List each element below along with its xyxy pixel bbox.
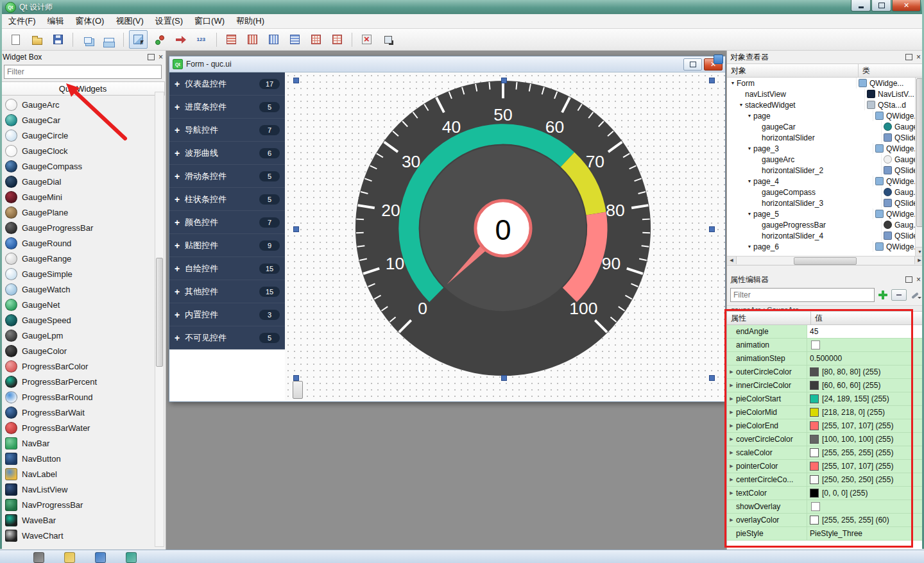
taskbar-app-icon[interactable]	[126, 552, 137, 563]
object-tree-row[interactable]: ▼page_5QWidge...	[727, 208, 915, 219]
os-taskbar[interactable]	[0, 550, 924, 563]
nav-list-item[interactable]: +自绘控件15	[169, 257, 285, 280]
expander-icon[interactable]: ▶	[727, 383, 736, 388]
expander-icon[interactable]: ▶	[727, 410, 736, 415]
break-layout-button[interactable]	[357, 30, 376, 49]
object-tree-row[interactable]: ▼pageQWidge...	[727, 110, 915, 121]
mdi-window-icon[interactable]	[714, 55, 723, 64]
float-dock-icon[interactable]	[148, 54, 155, 60]
property-value-cell[interactable]: PieStyle_Three	[807, 527, 924, 541]
save-file-button[interactable]	[49, 30, 67, 49]
property-value-cell[interactable]: [24, 189, 155] (255)	[807, 392, 924, 406]
form-titlebar[interactable]: Form - quc.ui ✕	[169, 56, 725, 72]
expander-icon[interactable]: ▼	[746, 212, 753, 216]
expander-icon[interactable]: ▼	[746, 179, 753, 183]
object-tree-row[interactable]: gaugeProgressBarGaug...s	[727, 219, 915, 230]
form-restore-button[interactable]	[683, 58, 702, 71]
adjust-size-button[interactable]	[379, 30, 397, 49]
property-row[interactable]: endAngle45	[727, 325, 924, 339]
minimize-button[interactable]	[851, 0, 871, 12]
scrollbar-left-arrow[interactable]: ◀	[727, 256, 737, 264]
widget-filter-input[interactable]	[4, 65, 162, 79]
object-tree-row[interactable]: ▼page_4QWidge...	[727, 176, 915, 187]
expander-icon[interactable]: ▶	[727, 369, 736, 374]
menu-item[interactable]: 窗体(O)	[70, 14, 110, 28]
object-tree-row[interactable]: horizontalSlider_4QSlider	[727, 230, 915, 241]
property-row[interactable]: ▶centerCircleCo...[250, 250, 250] (255)	[727, 473, 924, 487]
edit-tab-order-button[interactable]	[193, 30, 211, 49]
nav-list-item[interactable]: +不可见控件5	[169, 326, 285, 349]
float-dock-icon[interactable]	[905, 54, 912, 60]
expander-icon[interactable]: ▶	[727, 477, 736, 482]
widget-box-item[interactable]: GaugeCircle	[0, 128, 166, 143]
object-tree-row[interactable]: ▼page_3QWidge...	[727, 143, 915, 154]
close-button[interactable]: ✕	[892, 0, 921, 12]
checkbox[interactable]	[811, 340, 820, 349]
object-tree-row[interactable]: ▼stackedWidgetQSta...d	[727, 99, 915, 110]
expander-icon[interactable]: ▶	[727, 464, 736, 469]
close-dock-icon[interactable]: ×	[916, 276, 921, 283]
selection-handle-top[interactable]	[501, 78, 507, 83]
expander-icon[interactable]: ▶	[727, 437, 736, 442]
menu-item[interactable]: 视图(V)	[110, 14, 149, 28]
widget-box-item[interactable]: GaugeRound	[0, 235, 166, 251]
object-tree-row[interactable]: gaugeCompassGaug...p	[727, 187, 915, 197]
widget-box-item[interactable]: GaugeSpeed	[0, 312, 166, 328]
selection-handle-right[interactable]	[709, 226, 715, 232]
taskbar-app-icon[interactable]	[33, 552, 44, 563]
nav-list-item[interactable]: +进度条控件5	[169, 96, 285, 119]
object-tree-row[interactable]: horizontalSliderQSlider	[727, 132, 915, 143]
layout-vertical-button[interactable]	[222, 30, 241, 49]
property-value-cell[interactable]: [80, 80, 80] (255)	[807, 366, 924, 379]
property-row[interactable]: ▶pieColorEnd[255, 107, 107] (255)	[727, 419, 924, 433]
expander-icon[interactable]: ▼	[746, 146, 753, 151]
property-row[interactable]: ▶pieColorMid[218, 218, 0] (255)	[727, 406, 924, 419]
property-row[interactable]: ▶pieColorStart[24, 189, 155] (255)	[727, 392, 924, 406]
menu-item[interactable]: 编辑	[42, 14, 70, 28]
menu-item[interactable]: 帮助(H)	[230, 14, 270, 28]
column-header-value[interactable]: 值	[811, 312, 924, 325]
add-dynamic-property-icon[interactable]	[877, 289, 889, 301]
expander-icon[interactable]: ▶	[727, 491, 736, 496]
new-file-button[interactable]	[6, 30, 25, 49]
remove-dynamic-property-button[interactable]	[891, 289, 907, 301]
taskbar-app-icon[interactable]	[64, 552, 75, 563]
widget-box-item[interactable]: GaugeClock	[0, 143, 166, 158]
widget-box-item[interactable]: ProgressBarWater	[0, 420, 166, 435]
widget-box-item[interactable]: NavButton	[0, 451, 166, 466]
widget-box-item[interactable]: GaugeCompass	[0, 158, 166, 174]
column-header-class[interactable]: 类	[859, 64, 924, 77]
cascade-windows-button[interactable]	[78, 30, 97, 49]
expander-icon[interactable]: ▶	[727, 450, 736, 455]
property-value-cell[interactable]: [255, 255, 255] (255)	[807, 446, 924, 460]
expander-icon[interactable]: ▼	[737, 103, 745, 107]
nav-list-item[interactable]: +波形曲线6	[169, 142, 285, 165]
widget-box-item[interactable]: GaugeProgressBar	[0, 220, 166, 235]
property-value-cell[interactable]: [255, 107, 107] (255)	[807, 419, 924, 433]
nav-list-item[interactable]: +滑动条控件5	[169, 165, 285, 188]
object-tree-row[interactable]: gaugeCarGaugeC...	[727, 121, 915, 132]
edit-signals-slots-button[interactable]	[150, 30, 169, 49]
scrollbar-thumb[interactable]	[794, 257, 857, 265]
property-value-cell[interactable]: [218, 218, 0] (255)	[807, 406, 924, 419]
object-tree-row[interactable]: navListViewNavListV...	[727, 88, 915, 99]
property-row[interactable]: animation	[727, 339, 924, 352]
nav-list-item[interactable]: +贴图控件9	[169, 234, 285, 257]
property-value-cell[interactable]: [255, 255, 255] (60)	[807, 514, 924, 527]
property-row[interactable]: ▶overlayColor[255, 255, 255] (60)	[727, 514, 924, 527]
splitter-horizontal-button[interactable]	[264, 30, 283, 49]
nav-list-item[interactable]: +其他控件15	[169, 280, 285, 303]
property-row[interactable]: animationStep0.500000	[727, 352, 924, 366]
expander-icon[interactable]: ▼	[746, 113, 753, 118]
property-value-cell[interactable]	[807, 500, 924, 514]
selection-handle-left[interactable]	[293, 226, 299, 232]
property-row[interactable]: ▶coverCircleColor[100, 100, 100] (255)	[727, 433, 924, 446]
widget-box-item[interactable]: GaugeArc	[0, 97, 166, 112]
splitter-vertical-button[interactable]	[286, 30, 304, 49]
window-titlebar[interactable]: Qt 设计师 ✕	[0, 0, 924, 14]
property-row[interactable]: ▶innerCircleColor[60, 60, 60] (255)	[727, 379, 924, 392]
configure-property-editor-icon[interactable]	[909, 290, 921, 300]
widget-box-item[interactable]: GaugeDial	[0, 174, 166, 189]
selection-handle-bottom-left[interactable]	[293, 375, 299, 381]
tile-windows-button[interactable]	[99, 30, 118, 49]
